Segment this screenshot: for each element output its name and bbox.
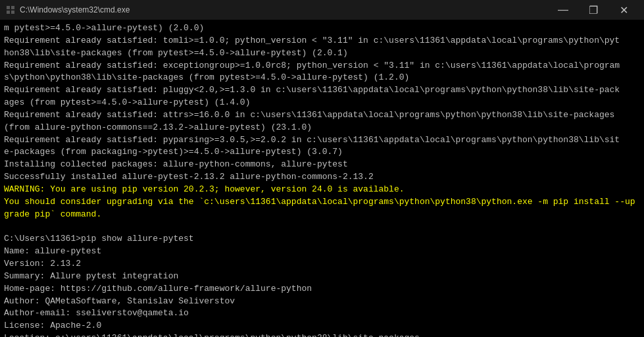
- terminal-line: Requirement already satisfied: attrs>=16…: [4, 110, 614, 120]
- svg-rect-3: [11, 11, 14, 14]
- terminal-line: WARNING: You are using pip version 20.2.…: [4, 184, 405, 194]
- terminal-line: Summary: Allure pytest integration: [4, 271, 178, 281]
- maximize-button[interactable]: ❐: [578, 0, 608, 20]
- terminal-line: Installing collected packages: allure-py…: [4, 159, 348, 169]
- terminal-line: Location: c:\users\11361\appdata\local\p…: [4, 333, 420, 337]
- terminal-line: s\python\python38\lib\site-packages (fro…: [4, 72, 409, 82]
- terminal-line: Name: allure-pytest: [4, 246, 101, 256]
- svg-rect-2: [7, 11, 10, 14]
- terminal-line: Requirement already satisfied: pluggy<2.…: [4, 85, 620, 95]
- svg-rect-0: [7, 6, 10, 9]
- close-button[interactable]: ✕: [608, 0, 639, 20]
- terminal-line: Requirement already satisfied: pyparsing…: [4, 135, 620, 145]
- minimize-button[interactable]: —: [548, 0, 578, 20]
- window-icon: [5, 5, 16, 15]
- terminal-line: m pytest>=4.5.0->allure-pytest) (2.0.0): [4, 23, 204, 33]
- terminal-line: hon38\lib\site-packages (from pytest>=4.…: [4, 48, 348, 58]
- svg-rect-1: [11, 6, 14, 9]
- terminal-line: Successfully installed allure-pytest-2.1…: [4, 172, 374, 182]
- title-bar: C:\Windows\system32\cmd.exe — ❐ ✕: [0, 0, 644, 20]
- terminal-line: License: Apache-2.0: [4, 321, 101, 330]
- terminal-line: Requirement already satisfied: exception…: [4, 61, 620, 70]
- terminal-line: ages (from pytest>=4.5.0->allure-pytest)…: [4, 97, 250, 107]
- terminal-line: Version: 2.13.2: [4, 259, 81, 269]
- terminal-line: Home-page: https://github.com/allure-fra…: [4, 284, 312, 294]
- terminal-line: (from allure-python-commons==2.13.2->all…: [4, 122, 312, 132]
- window-title: C:\Windows\system32\cmd.exe: [20, 5, 130, 14]
- terminal-line: e-packages (from packaging->pytest)>=4.5…: [4, 147, 343, 157]
- terminal-line: Author: QAMetaSoftware, Stanislav Selive…: [4, 296, 235, 306]
- terminal-window[interactable]: m pytest>=4.5.0->allure-pytest) (2.0.0) …: [0, 20, 644, 337]
- terminal-line: Requirement already satisfied: tomli>=1.…: [4, 36, 620, 45]
- terminal-line: You should consider upgrading via the `c…: [4, 197, 635, 219]
- terminal-line: Author-email: sseliverstov@qameta.io: [4, 308, 189, 318]
- terminal-line: C:\Users\11361>pip show allure-pytest: [4, 234, 194, 244]
- window-controls: — ❐ ✕: [548, 0, 639, 20]
